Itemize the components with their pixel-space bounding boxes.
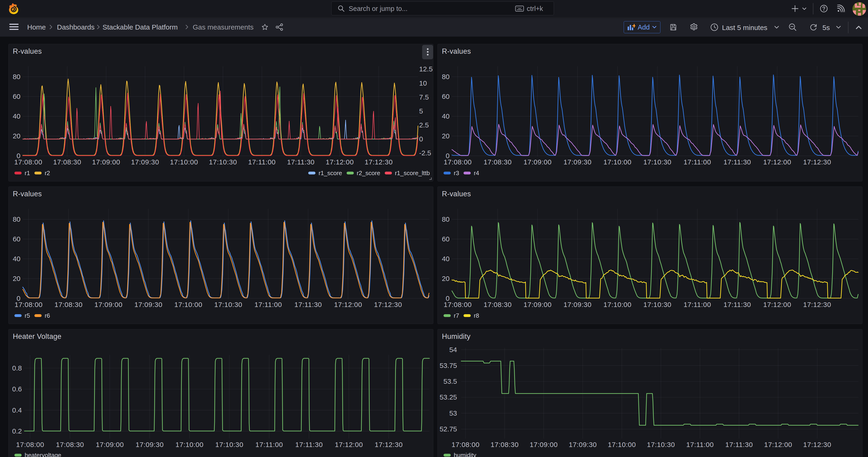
svg-text:20: 20: [442, 132, 450, 140]
svg-text:-2.5: -2.5: [419, 149, 431, 157]
svg-text:17:08:30: 17:08:30: [56, 441, 84, 448]
svg-text:17:10:30: 17:10:30: [644, 158, 672, 166]
svg-text:60: 60: [13, 235, 21, 243]
svg-text:53.5: 53.5: [443, 377, 457, 385]
svg-text:17:09:30: 17:09:30: [131, 158, 159, 166]
svg-text:17:10:30: 17:10:30: [214, 301, 243, 308]
svg-text:0: 0: [419, 135, 423, 143]
svg-text:0: 0: [445, 152, 450, 159]
svg-text:17:11:30: 17:11:30: [723, 158, 751, 166]
svg-text:17:11:00: 17:11:00: [686, 441, 714, 448]
svg-text:80: 80: [442, 215, 450, 223]
svg-text:17:11:00: 17:11:00: [683, 301, 711, 308]
svg-text:53.25: 53.25: [440, 393, 457, 401]
svg-text:17:08:00: 17:08:00: [16, 441, 44, 448]
svg-text:17:09:00: 17:09:00: [94, 301, 123, 308]
svg-text:80: 80: [13, 215, 21, 223]
svg-text:17:08:30: 17:08:30: [484, 158, 512, 166]
svg-text:0.6: 0.6: [12, 385, 22, 393]
svg-text:17:09:30: 17:09:30: [134, 301, 162, 308]
svg-text:17:10:00: 17:10:00: [176, 441, 204, 448]
svg-text:17:09:00: 17:09:00: [96, 441, 124, 448]
svg-text:52.75: 52.75: [440, 425, 457, 433]
svg-text:60: 60: [442, 235, 450, 243]
svg-text:17:10:30: 17:10:30: [209, 158, 237, 166]
svg-text:60: 60: [442, 93, 450, 100]
svg-text:7.5: 7.5: [419, 93, 429, 101]
svg-text:17:12:30: 17:12:30: [803, 441, 831, 448]
svg-text:17:11:00: 17:11:00: [683, 158, 711, 166]
svg-text:17:12:00: 17:12:00: [334, 301, 362, 308]
svg-text:2.5: 2.5: [419, 121, 429, 129]
svg-text:17:11:30: 17:11:30: [723, 301, 751, 308]
svg-text:53.75: 53.75: [440, 362, 457, 369]
svg-text:17:12:30: 17:12:30: [375, 441, 403, 448]
svg-text:54: 54: [450, 346, 457, 354]
svg-text:17:11:00: 17:11:00: [254, 301, 282, 308]
svg-text:17:11:00: 17:11:00: [248, 158, 276, 166]
svg-text:17:12:00: 17:12:00: [764, 441, 792, 448]
svg-text:40: 40: [13, 255, 21, 263]
svg-text:40: 40: [13, 112, 21, 120]
svg-text:17:09:00: 17:09:00: [524, 158, 552, 166]
svg-text:17:12:30: 17:12:30: [803, 301, 831, 308]
svg-text:17:09:30: 17:09:30: [135, 441, 164, 448]
svg-text:17:09:00: 17:09:00: [524, 301, 552, 308]
svg-text:17:08:30: 17:08:30: [54, 301, 83, 308]
svg-text:17:10:00: 17:10:00: [170, 158, 198, 166]
svg-text:17:12:30: 17:12:30: [803, 158, 831, 166]
svg-text:0.8: 0.8: [12, 364, 22, 372]
svg-text:17:08:30: 17:08:30: [53, 158, 81, 166]
svg-text:17:08:00: 17:08:00: [452, 441, 479, 448]
svg-text:20: 20: [13, 132, 21, 140]
svg-text:0: 0: [17, 152, 21, 159]
svg-text:17:10:00: 17:10:00: [603, 158, 631, 166]
svg-text:80: 80: [442, 73, 450, 81]
svg-text:0.4: 0.4: [12, 406, 22, 414]
svg-text:0: 0: [445, 295, 450, 302]
svg-text:17:11:30: 17:11:30: [725, 441, 753, 448]
svg-text:17:10:00: 17:10:00: [603, 301, 631, 308]
svg-text:17:11:00: 17:11:00: [255, 441, 283, 448]
svg-text:17:08:30: 17:08:30: [491, 441, 519, 448]
svg-text:0.2: 0.2: [12, 427, 22, 435]
svg-text:40: 40: [442, 255, 450, 263]
svg-text:17:12:30: 17:12:30: [374, 301, 402, 308]
svg-text:17:12:00: 17:12:00: [326, 158, 354, 166]
svg-text:17:11:30: 17:11:30: [295, 441, 323, 448]
svg-text:17:08:30: 17:08:30: [484, 301, 512, 308]
svg-text:17:11:30: 17:11:30: [287, 158, 315, 166]
svg-text:17:11:30: 17:11:30: [294, 301, 322, 308]
svg-text:17:09:00: 17:09:00: [530, 441, 558, 448]
svg-text:17:09:30: 17:09:30: [563, 158, 592, 166]
svg-text:17:10:00: 17:10:00: [174, 301, 203, 308]
svg-text:60: 60: [13, 93, 21, 100]
svg-text:20: 20: [13, 275, 21, 282]
svg-text:20: 20: [442, 275, 450, 282]
svg-text:17:10:30: 17:10:30: [644, 301, 672, 308]
svg-text:17:10:30: 17:10:30: [215, 441, 243, 448]
svg-text:40: 40: [442, 112, 450, 120]
svg-text:17:12:00: 17:12:00: [763, 158, 791, 166]
svg-text:17:09:30: 17:09:30: [569, 441, 597, 448]
svg-text:17:10:00: 17:10:00: [608, 441, 636, 448]
svg-text:12.5: 12.5: [419, 65, 433, 73]
svg-text:17:12:00: 17:12:00: [763, 301, 791, 308]
svg-text:10: 10: [419, 79, 427, 87]
svg-text:0: 0: [17, 295, 21, 302]
svg-text:53: 53: [450, 409, 457, 417]
svg-text:17:12:00: 17:12:00: [335, 441, 363, 448]
svg-text:17:09:30: 17:09:30: [563, 301, 592, 308]
svg-text:17:12:30: 17:12:30: [365, 158, 393, 166]
svg-text:5: 5: [419, 107, 423, 115]
svg-text:80: 80: [13, 73, 21, 81]
svg-text:17:10:30: 17:10:30: [647, 441, 675, 448]
svg-text:17:09:00: 17:09:00: [92, 158, 120, 166]
